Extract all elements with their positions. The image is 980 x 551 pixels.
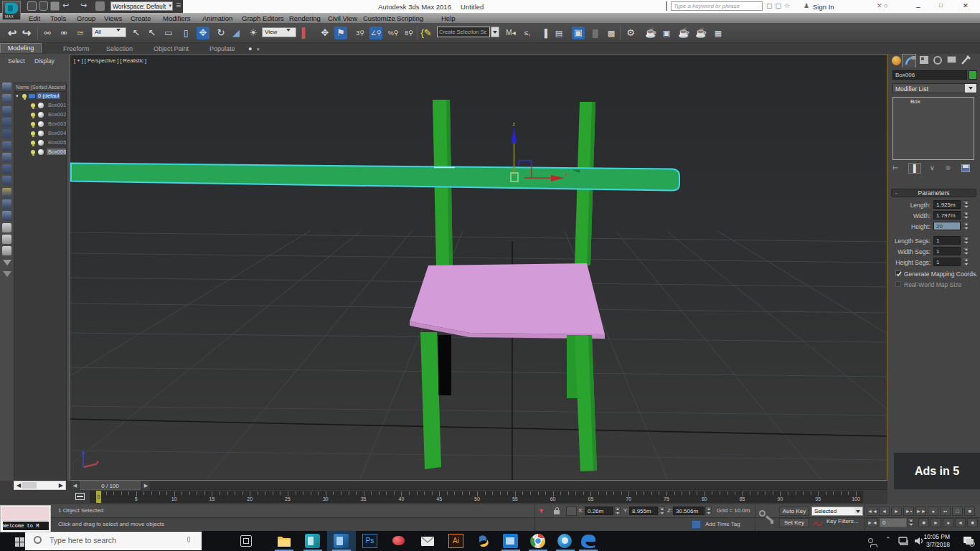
- svg-text:[ + ] [ Perspective ] [ Realis: [ + ] [ Perspective ] [ Realistic ]: [74, 57, 146, 64]
- svg-text:z: z: [513, 121, 516, 126]
- svg-text:x: x: [565, 172, 568, 177]
